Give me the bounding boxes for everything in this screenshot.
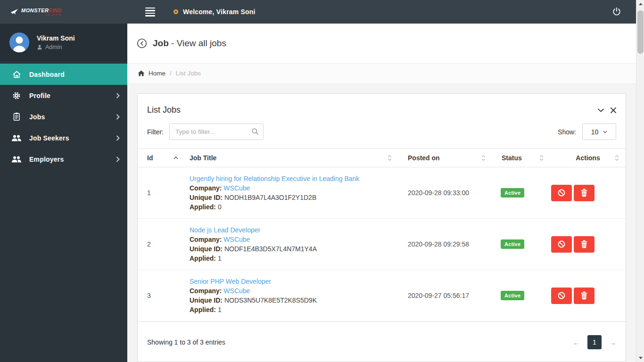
deactivate-job-button[interactable]: [551, 288, 572, 304]
sidebar-item-dashboard[interactable]: Dashboard: [0, 64, 127, 85]
unique-id-value: NODF1E4B3D5X7L4N7M1Y4A: [224, 245, 317, 253]
sidebar-item-label: Employers: [29, 156, 116, 163]
paper-plane-icon: [10, 8, 19, 15]
delete-job-button[interactable]: [574, 288, 594, 304]
topbar: MONSTERFIND DESIGN Welcome, Vikram Soni: [0, 0, 636, 24]
applied-count: 0: [218, 203, 222, 211]
power-icon: [611, 7, 622, 17]
ban-icon: [557, 240, 566, 248]
breadcrumb-separator: /: [170, 70, 172, 77]
column-header-job-title[interactable]: Job Title: [185, 149, 398, 167]
trash-icon: [580, 240, 588, 248]
app-window: MONSTERFIND DESIGN Welcome, Vikram Soni: [0, 0, 636, 362]
breadcrumb: Home / List Jobs: [127, 64, 636, 84]
sidebar-item-job-seekers[interactable]: Job Seekers: [0, 127, 127, 148]
brand-logo[interactable]: MONSTERFIND DESIGN: [10, 8, 62, 16]
job-title-link[interactable]: Urgently hiring for Relationship Executi…: [190, 175, 359, 182]
scrollbar-down-arrow[interactable]: [636, 354, 644, 362]
users-icon: [10, 156, 23, 163]
company-link[interactable]: WSCube: [223, 236, 250, 243]
status-badge: Active: [501, 239, 524, 249]
applied-count: 1: [218, 306, 222, 313]
search-icon: [251, 128, 259, 135]
chevron-right-icon: [116, 93, 120, 99]
job-id: 3: [138, 270, 185, 321]
card-header: List Jobs: [138, 94, 626, 118]
column-header-posted-on[interactable]: Posted on: [398, 149, 492, 167]
page-scrollbar[interactable]: [636, 0, 644, 362]
status-badge: Active: [501, 188, 524, 197]
ban-icon: [557, 291, 566, 300]
scrollbar-up-arrow[interactable]: [636, 0, 644, 8]
breadcrumb-current: List Jobs: [176, 70, 201, 77]
chevron-right-icon: [116, 156, 120, 162]
pagination-page-1[interactable]: 1: [587, 335, 602, 349]
unique-id-value: NODH1B9A7L4A3O1F2Y1D2B: [224, 194, 316, 201]
close-card-button[interactable]: [611, 107, 616, 113]
sidebar-item-jobs[interactable]: Jobs: [0, 106, 127, 127]
unique-id-value: NODS3N5U7K8E5T2K8S5D9K: [224, 296, 317, 304]
posted-on-value: 2020-09-27 05:56:17: [398, 270, 492, 321]
entries-summary: Showing 1 to 3 of 3 entries: [147, 338, 225, 346]
sidebar-item-label: Profile: [29, 92, 116, 99]
sort-icon: [539, 155, 544, 161]
column-header-actions[interactable]: Actions: [550, 149, 626, 167]
job-title-link[interactable]: Node js Lead Developer: [190, 226, 260, 234]
scrollbar-thumb[interactable]: [637, 10, 644, 54]
sidebar-menu: Dashboard Profile: [0, 61, 127, 170]
job-id: 2: [138, 219, 185, 270]
content-area: List Jobs Filter:: [127, 84, 636, 362]
page-header: Job - View all jobs: [127, 24, 636, 64]
breadcrumb-home-link[interactable]: Home: [138, 70, 165, 77]
card-footer: Showing 1 to 3 of 3 entries ← 1 →: [138, 321, 626, 362]
pagination-prev-button[interactable]: ←: [573, 338, 580, 346]
applied-count: 1: [218, 255, 222, 262]
company-link[interactable]: WSCube: [223, 184, 250, 192]
users-icon: [10, 134, 23, 142]
sidebar: Vikram Soni Admin D: [0, 24, 127, 362]
sidebar-item-employers[interactable]: Employers: [0, 148, 127, 170]
show-label: Show:: [558, 128, 576, 136]
ban-icon: [557, 189, 566, 197]
logo-area: MONSTERFIND DESIGN: [0, 0, 127, 24]
table-header-row: Id Job Title: [138, 149, 626, 167]
topbar-main: Welcome, Vikram Soni: [127, 5, 636, 19]
hamburger-menu-icon[interactable]: [143, 5, 157, 19]
chevron-right-icon: [116, 135, 120, 141]
sidebar-item-profile[interactable]: Profile: [0, 85, 127, 106]
deactivate-job-button[interactable]: [551, 185, 572, 201]
user-role: Admin: [37, 44, 75, 50]
column-header-status[interactable]: Status: [492, 149, 550, 167]
clipboard-icon: [10, 112, 23, 121]
filter-input[interactable]: [169, 123, 264, 140]
job-id: 1: [138, 167, 185, 219]
gear-icon: [10, 91, 23, 100]
delete-job-button[interactable]: [574, 236, 594, 253]
logout-power-button[interactable]: [611, 7, 622, 17]
user-avatar: [9, 33, 29, 52]
sidebar-item-label: Jobs: [29, 113, 116, 121]
status-ring-icon: [173, 9, 178, 14]
home-icon: [10, 70, 23, 79]
person-icon: [37, 44, 42, 50]
job-title-link[interactable]: Senior PHP Web Developer: [190, 278, 271, 285]
pagination-next-button[interactable]: →: [609, 338, 616, 346]
trash-icon: [580, 291, 588, 300]
sort-icon: [388, 155, 392, 161]
chevron-right-icon: [116, 114, 120, 120]
company-link[interactable]: WSCube: [223, 287, 250, 295]
posted-on-value: 2020-09-28 09:33:00: [398, 167, 492, 219]
welcome-text: Welcome, Vikram Soni: [183, 8, 256, 16]
welcome-area: Welcome, Vikram Soni: [173, 8, 256, 16]
main-content: Job - View all jobs Home / List Jobs Lis…: [127, 24, 636, 362]
show-entries-select[interactable]: 10: [582, 123, 616, 140]
home-icon: [138, 70, 145, 76]
delete-job-button[interactable]: [574, 185, 594, 201]
sidebar-item-label: Job Seekers: [29, 134, 116, 142]
deactivate-job-button[interactable]: [551, 236, 572, 253]
page-title: Job - View all jobs: [153, 38, 226, 49]
column-header-id[interactable]: Id: [138, 149, 185, 167]
back-button[interactable]: [137, 38, 147, 49]
list-jobs-card: List Jobs Filter:: [137, 93, 626, 362]
collapse-card-button[interactable]: [598, 108, 604, 112]
